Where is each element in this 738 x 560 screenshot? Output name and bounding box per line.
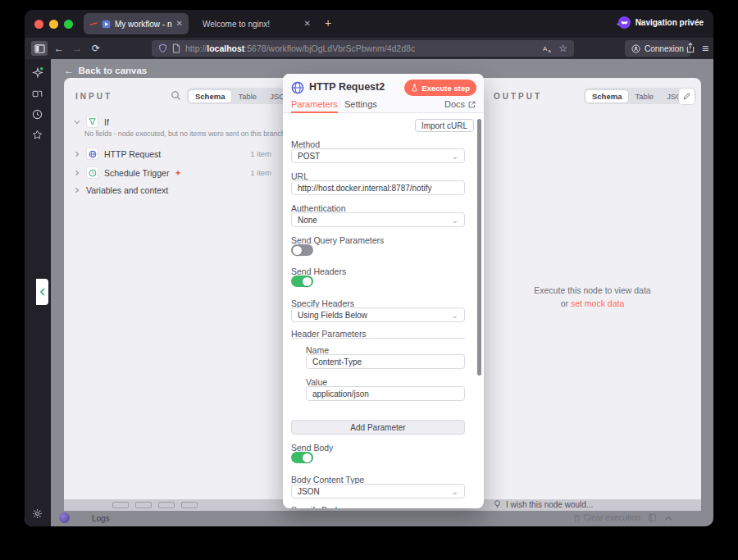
clear-execution-button[interactable]: Clear execution [573, 513, 640, 522]
output-panel-title: OUTPUT [494, 92, 542, 101]
translate-icon[interactable]: Aa [543, 43, 554, 53]
share-icon[interactable] [686, 43, 695, 53]
output-empty-text: Execute this node to view data [484, 285, 701, 298]
logs-label[interactable]: Logs [92, 514, 110, 523]
executions-clock-icon[interactable] [32, 109, 43, 120]
input-tab-schema[interactable]: Schema [189, 90, 231, 102]
bookmark-star-icon[interactable]: ☆ [558, 43, 567, 54]
panel-collapse-handle[interactable] [36, 279, 48, 305]
dimmed-canvas-control [135, 502, 152, 508]
execution-controls: Clear execution [573, 513, 672, 522]
page-info-icon[interactable] [172, 43, 180, 53]
item-count: 1 item [250, 149, 271, 158]
back-button[interactable]: ← [54, 43, 64, 54]
svg-text:a: a [549, 48, 552, 53]
http-request-node-dialog: HTTP Request2 Execute step Parameters Se… [283, 74, 484, 508]
chevron-up-icon[interactable] [664, 515, 672, 521]
back-to-canvas-link[interactable]: ← Back to canvas [64, 66, 147, 75]
send-headers-toggle[interactable] [291, 275, 313, 287]
pencil-icon [682, 92, 691, 101]
wish-input[interactable]: I wish this node would... [494, 500, 593, 509]
authentication-select[interactable]: None⌄ [291, 212, 465, 227]
trigger-bolt-icon [175, 170, 181, 176]
chevron-down-icon: ⌄ [452, 311, 458, 320]
url-field[interactable] [291, 180, 465, 195]
private-browsing-badge: Navigation privée [618, 16, 704, 29]
chevron-right-icon[interactable] [74, 170, 80, 176]
tab-title: My workflow - n8n [115, 20, 172, 29]
item-count: 1 item [250, 168, 271, 177]
reload-button[interactable]: ⟳ [92, 43, 100, 54]
svg-text:A: A [543, 45, 548, 52]
header-value-field[interactable] [306, 386, 465, 401]
http-node-globe-icon [291, 81, 304, 94]
window-minimize-button[interactable] [49, 20, 58, 29]
settings-gear-icon[interactable] [32, 508, 43, 519]
sidebar-toggle-button[interactable] [31, 41, 48, 56]
window-close-button[interactable] [34, 20, 43, 29]
chevron-right-icon[interactable] [74, 151, 80, 157]
chevron-down-icon: ⌄ [452, 216, 458, 225]
input-panel-title: INPUT [75, 92, 112, 101]
set-mock-data-link[interactable]: set mock data [571, 298, 624, 308]
input-item-variables[interactable]: Variables and context [74, 185, 168, 195]
new-tab-button[interactable]: + [325, 16, 331, 30]
private-mask-icon [618, 16, 631, 29]
search-icon[interactable] [171, 90, 181, 101]
dialog-title: HTTP Request2 [309, 81, 385, 93]
toggle-knob [303, 277, 312, 286]
logs-book-icon[interactable] [648, 513, 657, 522]
specify-body-label: Specify Body [291, 505, 341, 508]
input-tab-table[interactable]: Table [231, 90, 263, 102]
input-item-if[interactable]: If [74, 116, 109, 128]
toggle-knob [303, 453, 312, 462]
input-item-schedule-trigger[interactable]: Schedule Trigger 1 item [74, 166, 283, 179]
docs-link[interactable]: Docs [444, 99, 476, 109]
dialog-scrollbar[interactable] [477, 119, 481, 376]
chevron-down-icon[interactable] [74, 119, 80, 125]
if-node-filter-icon [86, 116, 98, 128]
input-item-http-request[interactable]: HTTP Request 1 item [74, 148, 283, 160]
chevron-down-icon: ⌄ [452, 487, 458, 496]
assistant-sparkle-icon[interactable] [32, 67, 43, 79]
output-empty-state: Execute this node to view data or set mo… [484, 285, 701, 311]
send-body-toggle[interactable] [291, 452, 313, 463]
toggle-knob [293, 246, 302, 255]
output-tab-table[interactable]: Table [628, 90, 660, 102]
body-content-type-select[interactable]: JSON⌄ [291, 484, 465, 499]
connexion-button[interactable]: Connexion [625, 40, 690, 57]
menu-hamburger-icon[interactable]: ≡ [702, 42, 708, 55]
flask-icon [411, 84, 418, 92]
chevron-right-icon[interactable] [74, 187, 80, 193]
tab-close-icon[interactable]: ✕ [304, 20, 311, 28]
user-avatar[interactable] [59, 512, 70, 523]
browser-tab-bar: My workflow - n8n ✕ Welcome to nginx! ✕ … [25, 10, 713, 38]
browser-nav-bar: ← → ⟳ http://localhost:5678/workflow/bjO… [25, 38, 713, 59]
import-curl-button[interactable]: Import cURL [415, 119, 474, 132]
tab-parameters[interactable]: Parameters [291, 99, 338, 113]
edit-output-button[interactable] [678, 88, 695, 105]
window-zoom-button[interactable] [64, 20, 73, 29]
tab-settings[interactable]: Settings [344, 99, 377, 109]
tab-close-icon[interactable]: ✕ [176, 20, 183, 28]
send-query-toggle[interactable] [291, 244, 313, 256]
dialog-header: HTTP Request2 Execute step Parameters Se… [283, 74, 484, 113]
url-bar[interactable]: http://localhost:5678/workflow/bjOgLdVbr… [152, 40, 574, 57]
input-item-label: HTTP Request [104, 149, 161, 159]
execute-step-button[interactable]: Execute step [404, 80, 476, 96]
lightbulb-icon [494, 500, 501, 509]
schedule-trigger-clock-icon [86, 166, 98, 179]
output-tab-schema[interactable]: Schema [585, 90, 628, 102]
forward-button[interactable]: → [72, 43, 82, 54]
input-item-label: Schedule Trigger [104, 168, 169, 178]
header-name-field[interactable] [306, 354, 465, 369]
tab-my-workflow[interactable]: My workflow - n8n ✕ [84, 13, 189, 34]
tab-nginx[interactable]: Welcome to nginx! ✕ [194, 13, 319, 34]
method-select[interactable]: POST⌄ [291, 148, 465, 163]
templates-star-icon[interactable] [32, 130, 43, 140]
workflows-icon[interactable] [32, 89, 43, 99]
browser-window: My workflow - n8n ✕ Welcome to nginx! ✕ … [25, 10, 713, 526]
tracking-protection-shield-icon[interactable] [158, 43, 167, 53]
specify-headers-select[interactable]: Using Fields Below⌄ [291, 307, 465, 322]
add-parameter-button[interactable]: Add Parameter [291, 420, 465, 435]
